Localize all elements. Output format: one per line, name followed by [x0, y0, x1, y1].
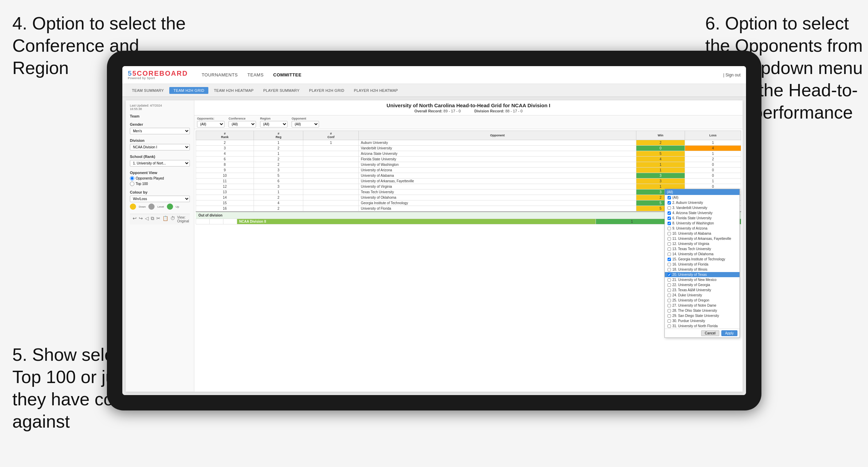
dropdown-item[interactable]: 10. University of Alabama: [665, 231, 739, 236]
opponents-filter-select[interactable]: (All): [197, 121, 224, 127]
logo-sub: Powered by Sport: [128, 77, 188, 80]
dropdown-item[interactable]: 18. University of Illinois: [665, 267, 739, 272]
dropdown-item[interactable]: 30. Purdue University: [665, 318, 739, 323]
dot-level-label: Level: [157, 205, 164, 208]
region-filter-label: Region: [260, 117, 288, 120]
redo-icon[interactable]: ↪: [139, 216, 143, 223]
sub-nav-player-summary[interactable]: PLAYER SUMMARY: [259, 87, 304, 94]
sub-nav-h2h-heatmap[interactable]: TEAM H2H HEATMAP: [210, 87, 258, 94]
table-row: 4 1 Arizona State University 5 1: [196, 151, 741, 157]
clock-icon[interactable]: ⏱: [170, 216, 175, 223]
sub-nav-team-summary[interactable]: TEAM SUMMARY: [128, 87, 168, 94]
dropdown-item[interactable]: 20. University of Texas: [665, 272, 739, 277]
nav-teams[interactable]: TEAMS: [247, 72, 264, 77]
opponent-filter-select[interactable]: (All): [292, 121, 319, 127]
opponents-filter-label: Opponents:: [197, 117, 224, 120]
filters-row: Opponents: (All) Conference (All): [194, 115, 743, 129]
radio-top100-label: Top 100: [136, 182, 148, 186]
dropdown-item[interactable]: 23. Texas A&M University: [665, 287, 739, 293]
cancel-button[interactable]: Cancel: [701, 330, 719, 336]
colour-select[interactable]: Win/Loss: [130, 196, 190, 202]
nav-tournaments[interactable]: TOURNAMENTS: [201, 72, 238, 77]
tablet-screen: 55COREBOARD Powered by Sport TOURNAMENTS…: [122, 66, 746, 395]
col-opponent: Opponent: [358, 131, 636, 140]
undo-icon[interactable]: ↩: [133, 216, 137, 223]
dropdown-item[interactable]: 8. University of Washington: [665, 221, 739, 226]
report-area: Last Updated: 4/7/2024 16:55:38 Team Gen…: [126, 100, 743, 392]
out-of-division-table: NCAA Division II 1 0: [196, 219, 741, 224]
overall-record-label: Overall Record: 89 - 17 - 0: [414, 109, 461, 113]
school-select[interactable]: 1. University of Nort...: [130, 160, 190, 167]
opponent-filter-label: Opponent: [292, 117, 319, 120]
last-updated: Last Updated: 4/7/2024 16:55:38: [130, 104, 190, 111]
cut-icon[interactable]: ✂: [156, 216, 160, 223]
back-icon[interactable]: ◁: [145, 216, 149, 223]
copy-icon[interactable]: ⧉: [151, 216, 154, 223]
dot-down: [130, 204, 136, 210]
dropdown-item[interactable]: (All): [665, 195, 739, 200]
conference-filter-select[interactable]: (All): [229, 121, 256, 127]
dropdown-item[interactable]: 24. Duke University: [665, 293, 739, 298]
col-reg: #Reg: [254, 131, 303, 140]
dropdown-item[interactable]: 22. University of Georgia: [665, 282, 739, 287]
radio-opponents-played-label: Opponents Played: [136, 176, 164, 180]
dropdown-footer: Cancel Apply: [665, 329, 739, 337]
dropdown-item[interactable]: 9. University of Arizona: [665, 226, 739, 231]
col-conf: #Conf: [303, 131, 358, 140]
dropdown-item[interactable]: 29. San Diego State University: [665, 313, 739, 318]
nav-links: TOURNAMENTS TEAMS COMMITTEE: [201, 72, 301, 77]
dropdown-header: (All): [665, 189, 739, 195]
table-row: 15 4 Georgia Institute of Technology 5 0: [196, 200, 741, 206]
dropdown-item[interactable]: 14. University of Oklahoma: [665, 251, 739, 257]
dropdown-item[interactable]: 28. The Ohio State University: [665, 308, 739, 313]
dropdown-item[interactable]: 27. University of Notre Dame: [665, 303, 739, 308]
dropdown-item[interactable]: 2. Auburn University: [665, 200, 739, 205]
report-header: University of North Carolina Head-to-Hea…: [194, 100, 743, 115]
dropdown-item[interactable]: 13. Texas Tech University: [665, 246, 739, 251]
report-title: University of North Carolina Head-to-Hea…: [196, 102, 741, 108]
radio-top100[interactable]: [130, 182, 134, 186]
gender-select[interactable]: Men's: [130, 128, 190, 134]
view-label: View: Original: [177, 216, 189, 223]
table-row: 8 2 University of Washington 1 0: [196, 162, 741, 168]
gender-label: Gender: [130, 122, 190, 126]
nav-committee[interactable]: COMMITTEE: [273, 72, 302, 77]
team-label: Team: [130, 114, 190, 118]
dot-up: [167, 204, 173, 210]
table-row: 3 2 Vanderbilt University 0 4: [196, 146, 741, 151]
nav-signout[interactable]: | Sign out: [723, 73, 741, 77]
school-label: School (Rank): [130, 155, 190, 159]
table-row: 9 3 University of Arizona 1 0: [196, 168, 741, 173]
dropdown-item[interactable]: 31. University of North Florida: [665, 323, 739, 329]
main-content: Last Updated: 4/7/2024 16:55:38 Team Gen…: [122, 97, 746, 395]
dropdown-item[interactable]: 6. Florida State University: [665, 216, 739, 221]
left-panel: Last Updated: 4/7/2024 16:55:38 Team Gen…: [126, 100, 194, 392]
dropdown-item[interactable]: 3. Vanderbilt University: [665, 205, 739, 210]
sub-nav-player-h2h-heatmap[interactable]: PLAYER H2H HEATMAP: [350, 87, 402, 94]
opponent-dropdown[interactable]: (All) (All) 2. Auburn University 3. Vand…: [664, 189, 740, 338]
col-win: Win: [636, 131, 685, 140]
table-row: 13 1 Texas Tech University 3 0: [196, 189, 741, 195]
dropdown-item[interactable]: 16. University of Florida: [665, 262, 739, 267]
dropdown-item[interactable]: 11. University of Arkansas, Fayetteville: [665, 236, 739, 241]
nav-bar: 55COREBOARD Powered by Sport TOURNAMENTS…: [122, 66, 746, 84]
dropdown-item[interactable]: 12. University of Virginia: [665, 241, 739, 246]
region-filter-select[interactable]: (All): [260, 121, 288, 127]
division-record-label: Division Record: 88 - 17 - 0: [474, 109, 523, 113]
colour-label: Colour by: [130, 190, 190, 194]
paste-icon[interactable]: 📋: [162, 216, 168, 223]
col-rank: #Rank: [196, 131, 254, 140]
apply-button[interactable]: Apply: [721, 330, 737, 336]
dropdown-item[interactable]: 21. University of New Mexico: [665, 277, 739, 282]
radio-opponents-played[interactable]: [130, 176, 134, 181]
table-row: 6 2 Florida State University 4 2: [196, 157, 741, 162]
table-row: 12 3 University of Virginia 1 0: [196, 184, 741, 189]
sub-nav-player-h2h-grid[interactable]: PLAYER H2H GRID: [305, 87, 349, 94]
col-loss: Loss: [685, 131, 741, 140]
sub-nav-h2h-grid[interactable]: TEAM H2H GRID: [169, 87, 208, 94]
tablet-device: 55COREBOARD Powered by Sport TOURNAMENTS…: [107, 51, 761, 410]
dropdown-item[interactable]: 15. Georgia Institute of Technology: [665, 257, 739, 262]
division-select[interactable]: NCAA Division I: [130, 144, 190, 150]
dropdown-item[interactable]: 25. University of Oregon: [665, 298, 739, 303]
dropdown-item[interactable]: 4. Arizona State University: [665, 210, 739, 216]
